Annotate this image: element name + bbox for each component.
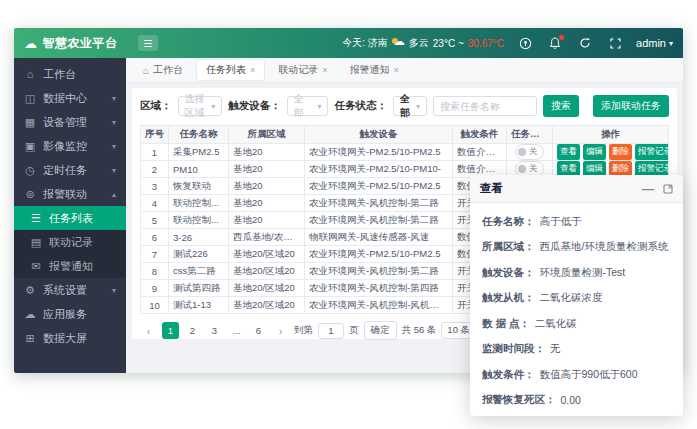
page-button-1[interactable]: 1 <box>162 322 179 339</box>
trigger-device-label: 触发设备： <box>228 99 281 113</box>
sidebar-item[interactable]: ◫数据中心▾ <box>14 86 126 110</box>
cell-region: 西瓜基地/农业环... <box>229 229 305 246</box>
sidebar-subitem[interactable]: ▤联动记录 <box>14 230 126 254</box>
sidebar-item[interactable]: ⌂工作台 <box>14 62 126 86</box>
admin-label: admin <box>636 37 666 49</box>
toggle-knob <box>518 148 526 156</box>
close-icon[interactable]: × <box>394 65 399 75</box>
chevron-down-icon: ▾ <box>112 94 116 103</box>
prev-page-button[interactable]: ‹ <box>140 322 157 339</box>
page-button-6[interactable]: 6 <box>250 322 267 339</box>
tab-工作台[interactable]: ⌂工作台 <box>134 60 192 80</box>
dialog-field: 触发条件：数值高于990低于600 <box>482 362 671 388</box>
total-count-label: 共 56 条 <box>402 324 437 337</box>
cell-no: 6 <box>141 229 169 246</box>
status-toggle[interactable]: 关 <box>515 144 545 160</box>
tab-联动记录[interactable]: 联动记录× <box>269 60 336 80</box>
weather-condition: 多云 <box>409 36 429 50</box>
lock-icon[interactable] <box>518 36 532 50</box>
field-label: 所属区域： <box>482 240 535 254</box>
maximize-icon[interactable] <box>663 180 673 198</box>
alarm-record-button[interactable]: 报警记录 <box>635 144 669 160</box>
sidebar-menu: ⌂工作台◫数据中心▾▦设备管理▾▣影像监控▾◷定时任务▾⊚报警联动▴☰任务列表▤… <box>14 58 126 373</box>
sidebar-item[interactable]: ⊞数据大屏 <box>14 326 126 350</box>
cell-task-name: PM10 <box>169 161 229 178</box>
cell-condition: 数值介于... <box>453 144 507 161</box>
sidebar-item[interactable]: ⊚报警联动▴ <box>14 182 126 206</box>
sidebar-submenu: ☰任务列表▤联动记录✉报警通知 <box>14 206 126 278</box>
cell-region: 基地20/区域20 <box>229 297 305 314</box>
field-label: 数 据 点： <box>482 317 530 331</box>
sidebar-item[interactable]: ▦设备管理▾ <box>14 110 126 134</box>
dialog-field: 触发设备：环境质量检测-Test <box>482 260 671 286</box>
fullscreen-icon[interactable] <box>608 36 622 50</box>
sidebar-subitem[interactable]: ☰任务列表 <box>14 206 126 230</box>
topbar-right: 今天: 济南 ☁ 多云 23°C ~ 30.67°C <box>342 36 673 50</box>
column-header: 触发条件 <box>453 126 507 144</box>
add-linkage-task-button[interactable]: 添加联动任务 <box>593 95 669 117</box>
field-label: 监测时间段： <box>482 342 545 356</box>
cell-no: 7 <box>141 246 169 263</box>
admin-menu[interactable]: admin ▾ <box>636 37 673 49</box>
sidebar-subitem-label: 报警通知 <box>49 259 116 274</box>
column-header: 操作 <box>553 126 669 144</box>
next-page-button[interactable]: › <box>272 322 289 339</box>
edit-button[interactable]: 编辑 <box>583 144 606 160</box>
field-value: 高于低于 <box>540 215 582 229</box>
field-value: 二氧化碳浓度 <box>540 291 603 305</box>
chevron-down-icon: ▾ <box>112 286 116 295</box>
close-icon[interactable]: × <box>322 65 327 75</box>
cell-region: 基地20/区域20 <box>229 246 305 263</box>
field-value: 0.00 <box>561 394 581 406</box>
chevron-down-icon: ▾ <box>669 39 673 48</box>
big-screen-icon: ⊞ <box>24 332 36 345</box>
chevron-down-icon: ▾ <box>410 102 420 111</box>
cell-task-name: css第二路 <box>169 263 229 280</box>
weather-info: 今天: 济南 ☁ 多云 23°C ~ 30.67°C <box>342 36 504 50</box>
sidebar-item-label: 定时任务 <box>43 163 105 178</box>
cell-device: 农业环境网关-PM2.5/10-PM10- <box>305 161 453 178</box>
sidebar-item[interactable]: ☁应用服务 <box>14 302 126 326</box>
sidebar-item[interactable]: ▣影像监控▾ <box>14 134 126 158</box>
page-button-3[interactable]: 3 <box>206 322 223 339</box>
sidebar-item-label: 工作台 <box>43 67 116 82</box>
view-button[interactable]: 查看 <box>557 144 580 160</box>
field-value: 数值高于990低于600 <box>540 368 638 382</box>
tab-label: 报警通知 <box>350 63 390 77</box>
task-list-icon: ☰ <box>30 212 42 225</box>
page-button-2[interactable]: 2 <box>184 322 201 339</box>
goto-page-input[interactable] <box>318 323 344 339</box>
sidebar-subitem[interactable]: ✉报警通知 <box>14 254 126 278</box>
close-icon[interactable]: × <box>250 65 255 75</box>
field-label: 触发条件： <box>482 368 535 382</box>
bell-icon[interactable] <box>548 36 562 50</box>
cell-task-name: 3-26 <box>169 229 229 246</box>
search-input[interactable] <box>433 96 537 116</box>
cell-no: 10 <box>141 297 169 314</box>
region-select[interactable]: 选择区域 ▾ <box>178 96 223 116</box>
cell-device: 物联网网关-风速传感器-风速 <box>305 229 453 246</box>
goto-confirm-button[interactable]: 确定 <box>364 321 397 340</box>
search-button[interactable]: 搜索 <box>543 95 579 117</box>
dialog-field: 报警恢复死区：0.00 <box>482 388 671 414</box>
task-status-select[interactable]: 全部 ▾ <box>393 96 427 116</box>
column-header: 任务名称 <box>169 126 229 144</box>
chevron-down-icon: ▾ <box>311 102 321 111</box>
cell-no: 3 <box>141 178 169 195</box>
sidebar-item[interactable]: ◷定时任务▾ <box>14 158 126 182</box>
trigger-device-select[interactable]: 全部 ▾ <box>287 96 329 116</box>
chevron-up-icon: ▴ <box>112 190 116 199</box>
delete-button[interactable]: 删除 <box>609 144 632 160</box>
dialog-header: 查看 — <box>470 175 683 203</box>
minimize-icon[interactable]: — <box>642 184 654 194</box>
cell-device: 农业环境网关-PM2.5/10-PM2.5 <box>305 246 453 263</box>
tab-任务列表[interactable]: 任务列表× <box>196 59 265 81</box>
gear-icon: ⚙ <box>24 284 36 297</box>
dialog-field: 监测时间段：无 <box>482 337 671 363</box>
dialog-field: 触发从机：二氧化碳浓度 <box>482 286 671 312</box>
sidebar-item[interactable]: ⚙系统设置▾ <box>14 278 126 302</box>
data-center-icon: ◫ <box>24 92 36 105</box>
collapse-menu-button[interactable]: ☰ <box>138 35 158 51</box>
tab-报警通知[interactable]: 报警通知× <box>341 60 408 80</box>
refresh-icon[interactable] <box>578 36 592 50</box>
